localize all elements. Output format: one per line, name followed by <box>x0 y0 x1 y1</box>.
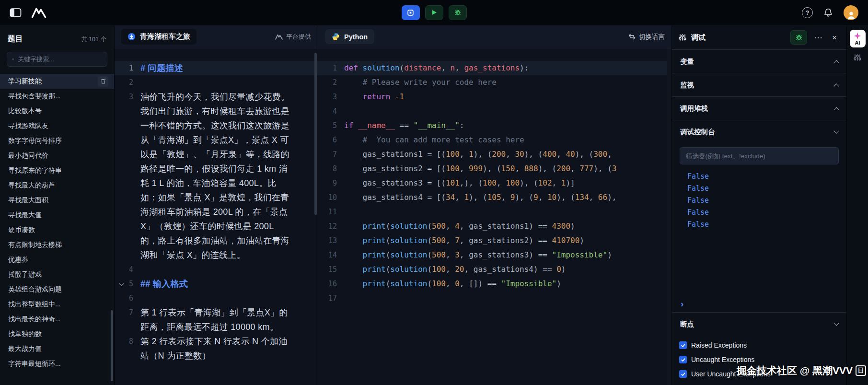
run-settings-button[interactable] <box>402 5 420 20</box>
search-box[interactable] <box>7 52 107 67</box>
sidebar-problem-item[interactable]: 硬币凑数 <box>0 222 114 237</box>
sidebar-problem-item[interactable]: 找出最长的神奇... <box>0 312 114 327</box>
sidebar-problem-item[interactable]: 最大战力值 <box>0 341 114 356</box>
sidebar-problem-item[interactable]: 学习新技能 <box>0 74 114 89</box>
code-line-text: return -1 <box>344 90 404 104</box>
ai-assistant-button[interactable]: AI <box>850 30 866 47</box>
line-number: 2 <box>115 75 140 90</box>
sidebar-toggle-icon[interactable] <box>10 8 22 18</box>
console-prompt-icon[interactable]: › <box>680 299 839 309</box>
debug-run-button[interactable] <box>449 5 467 20</box>
problem-line-text: 第 2 行表示接下来 N 行表示 N 个加油站（N 为正整数） <box>140 334 292 363</box>
problem-scrollbar[interactable] <box>314 53 317 215</box>
sidebar-problem-item[interactable]: 寻找最大的葫芦 <box>0 178 114 193</box>
download-icon <box>127 33 136 41</box>
more-button[interactable]: ⋯ <box>813 34 823 42</box>
code-line[interactable]: 13 print(solution(500, 7, gas_stations2)… <box>318 233 671 248</box>
code-line[interactable]: 16 print(solution(100, 0, []) == "Imposs… <box>318 277 671 291</box>
breakpoint-item[interactable]: Uncaught Exceptions <box>679 352 839 367</box>
editor-scrollbar[interactable] <box>667 48 671 385</box>
breakpoint-item[interactable]: Raised Exceptions <box>679 338 839 352</box>
check-icon <box>681 357 686 362</box>
code-line[interactable]: 11 <box>318 205 671 219</box>
problem-line: 4 <box>115 262 318 277</box>
debug-restart-button[interactable] <box>790 30 807 45</box>
breakpoint-checkbox[interactable] <box>679 341 687 349</box>
code-line[interactable]: 8 gas_stations2 = [(100, 999), (150, 888… <box>318 162 671 176</box>
code-line[interactable]: 1def solution(distance, n, gas_stations)… <box>318 61 671 75</box>
console-output-line: False <box>687 195 839 207</box>
close-button[interactable]: × <box>829 34 840 42</box>
code-line[interactable]: 9 gas_stations3 = [(101,), (100, 100), (… <box>318 176 671 190</box>
sidebar-scrollbar[interactable] <box>111 310 113 381</box>
sidebar-problem-item[interactable]: 摇骰子游戏 <box>0 267 114 282</box>
sidebar-problem-item[interactable]: 优惠券 <box>0 252 114 267</box>
line-number: 2 <box>318 75 344 90</box>
sidebar-problem-item[interactable]: 数字字母问号排序 <box>0 133 114 148</box>
run-settings-icon <box>407 9 414 16</box>
notifications-bell-icon[interactable] <box>823 8 833 17</box>
problem-title: 青海湖租车之旅 <box>140 32 190 41</box>
sidebar-problem-label: 找出最长的神奇... <box>8 315 61 324</box>
code-line[interactable]: 10 gas_stations4 = [(34, 1), (105, 9), (… <box>318 190 671 205</box>
sidebar-problem-item[interactable]: 比较版本号 <box>0 104 114 118</box>
delete-problem-button[interactable] <box>98 76 108 87</box>
problem-sidebar: 题目 共 101 个 学习新技能寻找包含斐波那...比较版本号寻找游戏队友数字字… <box>0 25 115 385</box>
app-logo-icon[interactable] <box>31 7 46 18</box>
sidebar-problem-item[interactable]: 寻找原来的字符串 <box>0 163 114 178</box>
breakpoint-item[interactable]: User Uncaught Exceptions <box>679 367 839 381</box>
code-line[interactable]: 12 print(solution(500, 4, gas_stations1)… <box>318 219 671 233</box>
sidebar-problem-label: 寻找包含斐波那... <box>8 92 61 101</box>
avatar[interactable] <box>844 5 858 20</box>
console-filter-input[interactable] <box>680 147 839 164</box>
sidebar-problem-item[interactable]: 英雄组合游戏问题 <box>0 282 114 297</box>
sidebar-problem-item[interactable]: 找出整型数组中... <box>0 297 114 312</box>
help-button[interactable]: ? <box>802 7 813 18</box>
code-line[interactable]: 4 <box>318 104 671 118</box>
bug-icon <box>795 34 803 41</box>
search-input[interactable] <box>18 56 102 63</box>
code-line[interactable]: 15 print(solution(100, 20, gas_stations4… <box>318 262 671 277</box>
run-button[interactable] <box>425 5 443 20</box>
debug-section-breakpoints[interactable]: 断点 <box>672 312 846 336</box>
sidebar-problem-item[interactable]: 找单独的数 <box>0 327 114 341</box>
language-tab[interactable]: Python <box>325 29 374 44</box>
problem-panel: 青海湖租车之旅 平台提供 1# 问题描述23油价飞升的今天，我们尽量减少花费。我… <box>115 25 318 385</box>
problem-title-tab[interactable]: 青海湖租车之旅 <box>121 29 197 45</box>
sidebar-problem-label: 最大战力值 <box>8 345 42 353</box>
code-line-text: if __name__ == "__main__": <box>344 118 464 133</box>
problem-line: 7第 1 行表示「青海湖」到「景点X」的距离，距离最远不超过 10000 km。 <box>115 305 318 334</box>
chevron-down-icon <box>833 320 839 326</box>
code-editor[interactable]: 1def solution(distance, n, gas_stations)… <box>318 48 671 385</box>
switch-language-button[interactable]: 切换语言 <box>628 33 665 41</box>
code-line[interactable]: 2 # Please write your code here <box>318 75 671 90</box>
sidebar-problem-item[interactable]: 寻找最大面积 <box>0 193 114 208</box>
line-number: 7 <box>115 305 140 334</box>
sidebar-problem-item[interactable]: 寻找游戏队友 <box>0 118 114 133</box>
sidebar-problem-item[interactable]: 寻找最大值 <box>0 208 114 222</box>
debug-section-console[interactable]: 调试控制台 <box>672 120 846 143</box>
debug-section-watch[interactable]: 监视 <box>672 73 846 96</box>
breakpoint-checkbox[interactable] <box>679 356 687 363</box>
debug-rail-icon[interactable] <box>854 54 861 63</box>
section-label: 监视 <box>680 81 694 90</box>
debug-section-callstack[interactable]: 调用堆栈 <box>672 96 846 120</box>
bug-icon <box>454 9 462 16</box>
code-line[interactable]: 3 return -1 <box>318 90 671 104</box>
sidebar-problem-item[interactable]: 寻找包含斐波那... <box>0 89 114 104</box>
debug-section-variables[interactable]: 变量 <box>672 49 846 73</box>
sidebar-problem-label: 寻找原来的字符串 <box>8 166 62 175</box>
sidebar-problem-item[interactable]: 字符串最短循环... <box>0 356 114 371</box>
code-line-text: gas_stations2 = [(100, 999), (150, 888),… <box>344 162 616 176</box>
breakpoint-checkbox[interactable] <box>679 370 687 378</box>
app: ? 题目 共 101 个 学习新技能寻找包含斐波那...比较版本号寻找游戏队友数… <box>0 0 868 385</box>
code-line[interactable]: 14 print(solution(500, 3, gas_stations3)… <box>318 248 671 262</box>
sidebar-problem-item[interactable]: 最小趋同代价 <box>0 148 114 163</box>
code-line[interactable]: 17 <box>318 291 671 305</box>
code-line[interactable]: 5if __name__ == "__main__": <box>318 118 671 133</box>
code-line-text: gas_stations4 = [(34, 1), (105, 9), (9, … <box>344 190 616 205</box>
sidebar-problem-item[interactable]: 有点限制地去楼梯 <box>0 237 114 252</box>
ai-label: AI <box>855 40 860 46</box>
code-line[interactable]: 7 gas_stations1 = [(100, 1), (200, 30), … <box>318 147 671 162</box>
code-line[interactable]: 6 # You can add more test cases here <box>318 133 671 147</box>
